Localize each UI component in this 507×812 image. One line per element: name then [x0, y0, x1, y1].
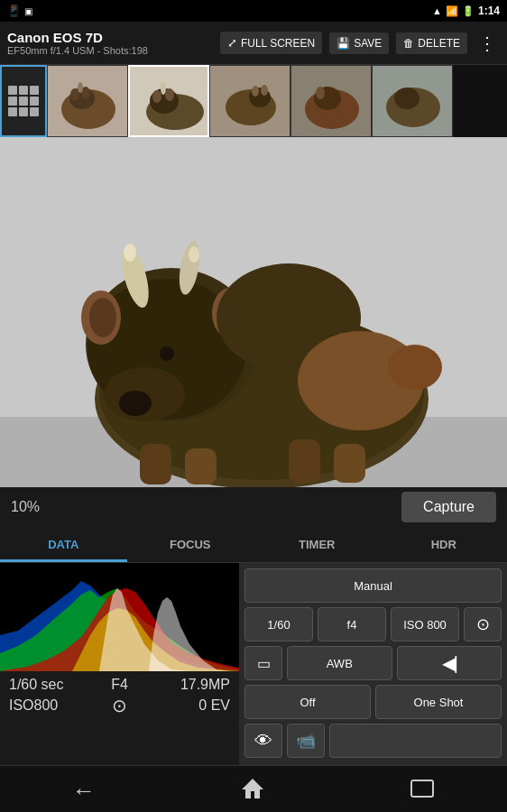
liveview-button[interactable]: 👁 [244, 724, 282, 758]
home-icon [240, 775, 265, 800]
fullscreen-button[interactable]: ⤢ FULL SCREEN [220, 32, 322, 54]
delete-button[interactable]: 🗑 DELETE [396, 32, 467, 54]
back-button[interactable]: ← [51, 770, 117, 812]
svg-point-20 [316, 87, 325, 99]
data-readouts: 1/60 sec F4 17.9MP ISO800 ⊙ 0 EV [0, 671, 239, 724]
drive-row: Off One Shot [244, 685, 502, 719]
tabs: DATA FOCUS TIMER HDR [0, 527, 507, 563]
thumbnail-item-2[interactable] [128, 65, 209, 137]
progress-text: 10% [11, 499, 40, 515]
phone-icon: 📱 [7, 5, 21, 17]
recent-button[interactable] [388, 770, 456, 812]
one-shot-button[interactable]: One Shot [375, 685, 502, 719]
home-button[interactable] [218, 768, 287, 812]
metering-button[interactable]: ⊙ [464, 607, 502, 641]
bison-thumb-2 [130, 67, 209, 137]
readout-row-2: ISO800 ⊙ 0 EV [9, 695, 230, 716]
awb-button[interactable]: AWB [287, 646, 392, 680]
thumbnail-item-5[interactable] [372, 65, 453, 137]
wifi-icon: 📶 [446, 5, 458, 17]
status-left: 📱 ▣ [7, 5, 32, 17]
thumbnail-item-3[interactable] [209, 65, 290, 137]
svg-rect-42 [289, 439, 320, 483]
thumbnail-grid-button[interactable] [0, 65, 47, 137]
main-image [0, 137, 507, 487]
capture-button[interactable]: Capture [401, 492, 496, 522]
thumbnail-item-4[interactable] [290, 65, 372, 137]
notification-icon: ▣ [24, 6, 32, 16]
tab-data[interactable]: DATA [0, 530, 127, 562]
svg-point-16 [261, 85, 268, 96]
manual-button[interactable]: Manual [244, 568, 502, 603]
header-title: Canon EOS 7D EF50mm f/1.4 USM - Shots:19… [7, 30, 213, 56]
svg-marker-54 [242, 779, 263, 798]
histogram-chart [0, 563, 239, 671]
svg-point-32 [124, 244, 136, 262]
camera-info: EF50mm f/1.4 USM - Shots:198 [7, 45, 213, 56]
shutter-button[interactable]: 1/60 [244, 607, 313, 641]
tab-hdr[interactable]: HDR [381, 530, 508, 562]
video-button[interactable]: 📹 [287, 724, 325, 758]
battery-icon: 🔋 [462, 5, 475, 17]
manual-row: Manual [244, 568, 502, 603]
histogram [0, 563, 239, 671]
bottom-panel: 1/60 sec F4 17.9MP ISO800 ⊙ 0 EV Manual … [0, 563, 507, 765]
delete-icon: 🗑 [403, 37, 414, 50]
bison-thumb-4 [291, 66, 372, 137]
signal-icon: ▲ [432, 5, 442, 16]
resolution-display: 17.9MP [156, 677, 230, 693]
exposure-row: 1/60 f4 ISO 800 ⊙ [244, 607, 502, 641]
overflow-button[interactable]: ⋮ [475, 29, 500, 58]
liveview-row: 👁 📹 [244, 724, 502, 758]
zoom-button[interactable]: ◀| [397, 646, 502, 680]
thumbnail-item-1[interactable] [47, 65, 128, 137]
capture-bar: 10% Capture [0, 487, 507, 527]
metering-icon: ⊙ [83, 695, 157, 716]
svg-point-9 [152, 90, 161, 103]
bison-thumb-3 [210, 66, 290, 137]
aperture-display: F4 [83, 677, 157, 693]
bison-thumb-1 [48, 66, 128, 137]
save-icon: 💾 [336, 37, 350, 50]
svg-point-39 [160, 346, 174, 361]
header: Canon EOS 7D EF50mm f/1.4 USM - Shots:19… [0, 22, 507, 65]
controls-panel: Manual 1/60 f4 ISO 800 ⊙ ▭ AWB ◀| Off On… [239, 563, 507, 765]
extra-button[interactable] [329, 724, 502, 758]
camera-name: Canon EOS 7D [7, 30, 213, 45]
time-display: 1:14 [478, 5, 500, 17]
bison-thumb-5 [373, 66, 453, 137]
svg-point-5 [78, 82, 83, 93]
svg-point-11 [161, 82, 166, 95]
shutter-speed-display: 1/60 sec [9, 677, 83, 693]
wb-row: ▭ AWB ◀| [244, 646, 502, 680]
grid-icon [8, 86, 39, 116]
svg-rect-43 [334, 444, 365, 483]
iso-display: ISO800 [9, 697, 83, 714]
iso-button[interactable]: ISO 800 [391, 607, 459, 641]
svg-point-10 [165, 88, 174, 101]
svg-point-15 [252, 86, 259, 97]
flash-off-button[interactable]: Off [244, 685, 371, 719]
readout-row-1: 1/60 sec F4 17.9MP [9, 677, 230, 693]
svg-rect-40 [140, 444, 171, 484]
status-right: ▲ 📶 🔋 1:14 [432, 5, 500, 17]
svg-point-35 [89, 298, 116, 337]
status-bar: 📱 ▣ ▲ 📶 🔋 1:14 [0, 0, 507, 22]
ev-display: 0 EV [156, 697, 230, 714]
svg-point-38 [119, 391, 152, 416]
thumbnail-strip [0, 65, 507, 137]
recent-icon [410, 779, 435, 798]
tab-focus[interactable]: FOCUS [127, 530, 254, 562]
tab-timer[interactable]: TIMER [254, 530, 381, 562]
save-button[interactable]: 💾 SAVE [329, 32, 389, 54]
nav-bar: ← [0, 765, 507, 812]
format-button[interactable]: ▭ [244, 646, 282, 680]
fullscreen-icon: ⤢ [227, 36, 237, 50]
svg-point-33 [189, 246, 199, 263]
main-bison-image [0, 137, 507, 487]
data-panel: 1/60 sec F4 17.9MP ISO800 ⊙ 0 EV [0, 563, 239, 765]
svg-rect-55 [411, 780, 433, 797]
svg-point-46 [388, 345, 442, 390]
aperture-button[interactable]: f4 [318, 607, 386, 641]
svg-point-23 [394, 88, 419, 109]
